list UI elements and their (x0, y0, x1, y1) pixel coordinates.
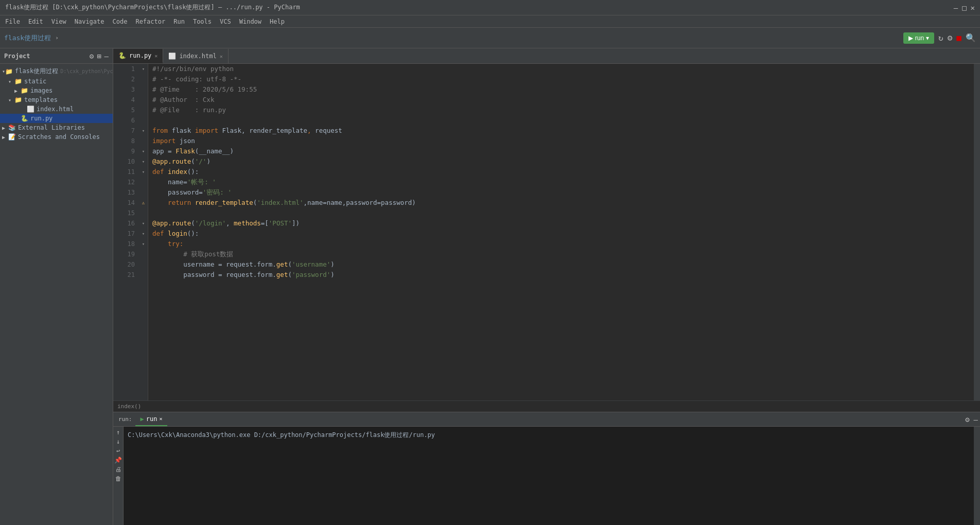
menu-code[interactable]: Code (110, 17, 131, 26)
tab-run-py-label: run.py (129, 52, 151, 59)
tab-run-py-icon: 🐍 (118, 52, 126, 59)
terminal-area[interactable]: C:\Users\Cxk\Anaconda3\python.exe D:/cxk… (124, 427, 974, 525)
code-area[interactable]: #!/usr/bin/env python # -*- coding: utf-… (148, 64, 974, 400)
sidebar: Project ⚙ ⊞ — ▾ 📁 flask使用过程 D:\cxk_pytho… (0, 48, 113, 525)
project-breadcrumb[interactable]: flask使用过程 (4, 33, 51, 43)
window-controls[interactable]: — □ ✕ (954, 4, 975, 12)
menu-tools[interactable]: Tools (190, 17, 215, 26)
static-label: static (24, 78, 46, 85)
fold-arrow-17[interactable]: ▾ (139, 229, 148, 239)
code-line-4: # @Author : Cxk (152, 95, 974, 105)
fold-arrow-16[interactable]: ▾ (139, 218, 148, 229)
menu-run[interactable]: Run (170, 17, 188, 26)
bottom-gutter: ↑ ↓ ↩ 📌 🖨 🗑 (113, 427, 124, 525)
bottom-tab-run[interactable]: ▶ run ✕ (135, 413, 168, 426)
tab-run-py-close[interactable]: ✕ (154, 53, 157, 59)
sidebar-header-icons: ⚙ ⊞ — (90, 52, 109, 60)
menubar: File Edit View Navigate Code Refactor Ru… (0, 15, 980, 28)
titlebar: flask使用过程 [D:\cxk_python\PycharmProjects… (0, 0, 980, 15)
breadcrumb-separator: › (55, 34, 59, 41)
sidebar-header: Project ⚙ ⊞ — (0, 48, 113, 64)
bottom-settings-icon[interactable]: ⚙ (965, 415, 969, 424)
settings-icon[interactable]: ⚙ (948, 33, 953, 43)
stop-icon[interactable]: ■ (956, 33, 961, 43)
maximize-button[interactable]: □ (962, 4, 966, 12)
tab-run-py[interactable]: 🐍 run.py ✕ (113, 49, 163, 63)
sidebar-item-run-py[interactable]: 🐍 run.py (0, 114, 113, 123)
gutter-trash-icon[interactable]: 🗑 (115, 475, 121, 482)
fold-arrow-10[interactable]: ▾ (139, 156, 148, 167)
line-numbers: 12345 678910 1112131415 1617181920 21 (113, 64, 139, 400)
fold-arrow-18[interactable]: ▾ (139, 239, 148, 249)
sidebar-expand-icon[interactable]: ⊞ (97, 52, 101, 60)
code-editor[interactable]: 12345 678910 1112131415 1617181920 21 ▾ … (113, 64, 980, 400)
main-layout: Project ⚙ ⊞ — ▾ 📁 flask使用过程 D:\cxk_pytho… (0, 48, 980, 525)
code-line-21: password = request.form.get('password') (152, 270, 974, 280)
minimize-button[interactable]: — (954, 4, 958, 12)
project-root-path: D:\cxk_python\PycharmProjects\flask使用过程 (60, 68, 113, 75)
menu-help[interactable]: Help (267, 17, 288, 26)
code-line-15 (152, 208, 974, 218)
bottom-tabs: run: ▶ run ✕ ⚙ — (113, 412, 980, 427)
toolbar-left: flask使用过程 › (4, 33, 59, 43)
code-line-19: # 获取post数据 (152, 249, 974, 259)
menu-vcs[interactable]: VCS (217, 17, 234, 26)
bottom-content: ↑ ↓ ↩ 📌 🖨 🗑 C:\Users\Cxk\Anaconda3\pytho… (113, 427, 980, 525)
right-scrollbar[interactable] (974, 64, 980, 400)
refresh-icon[interactable]: ↻ (938, 33, 943, 43)
terminal-line-1: C:\Users\Cxk\Anaconda3\python.exe D:/cxk… (128, 430, 970, 440)
gutter-up-icon[interactable]: ↑ (116, 429, 120, 436)
editor-tabs: 🐍 run.py ✕ ⬜ index.html ✕ (113, 48, 980, 64)
tab-index-html[interactable]: ⬜ index.html ✕ (163, 49, 228, 63)
sidebar-minus-icon[interactable]: — (104, 52, 109, 60)
sidebar-item-templates[interactable]: ▾ 📁 templates (0, 95, 113, 104)
gutter-print-icon[interactable]: 🖨 (115, 466, 121, 473)
menu-refactor[interactable]: Refactor (132, 17, 168, 26)
sidebar-item-external-libraries[interactable]: ▶ 📚 External Libraries (0, 123, 113, 132)
run-tab-icon: ▶ (141, 415, 144, 423)
gutter-down-icon[interactable]: ↓ (116, 438, 120, 445)
toolbar: flask使用过程 › ▶ run ▾ ↻ ⚙ ■ 🔍 (0, 28, 980, 48)
code-line-13: password='密码: ' (152, 187, 974, 198)
sidebar-item-index-html[interactable]: ⬜ index.html (0, 104, 113, 114)
tab-index-html-close[interactable]: ✕ (220, 54, 223, 59)
toolbar-right: ▶ run ▾ ↻ ⚙ ■ 🔍 (903, 32, 976, 44)
run-button[interactable]: ▶ run ▾ (903, 32, 934, 44)
terminal-scrollbar[interactable] (974, 427, 980, 525)
gutter-wrap-icon[interactable]: ↩ (116, 447, 120, 454)
code-line-12: name='帐号: ' (152, 177, 974, 187)
code-line-1: #!/usr/bin/env python (152, 64, 974, 74)
bottom-minimize-icon[interactable]: — (974, 415, 978, 424)
code-line-2: # -*- coding: utf-8 -*- (152, 74, 974, 84)
templates-label: templates (24, 96, 58, 103)
fold-arrow-7b[interactable]: ▾ (139, 126, 148, 136)
run-label: run (915, 34, 924, 42)
sidebar-content: ▾ 📁 flask使用过程 D:\cxk_python\PycharmProje… (0, 64, 113, 525)
bottom-tabs-left: run: ▶ run ✕ (115, 413, 167, 426)
fold-arrow-7[interactable]: ▾ (139, 64, 148, 74)
images-label: images (30, 87, 52, 94)
menu-edit[interactable]: Edit (25, 17, 46, 26)
sidebar-settings-icon[interactable]: ⚙ (90, 52, 94, 60)
run-tab-close[interactable]: ✕ (159, 416, 162, 422)
sidebar-item-images[interactable]: ▶ 📁 images (0, 86, 113, 95)
sidebar-item-scratches[interactable]: ▶ 📝 Scratches and Consoles (0, 132, 113, 142)
sidebar-item-root[interactable]: ▾ 📁 flask使用过程 D:\cxk_python\PycharmProje… (0, 66, 113, 77)
menu-window[interactable]: Window (236, 17, 265, 26)
sidebar-item-static[interactable]: ▾ 📁 static (0, 77, 113, 86)
code-line-5: # @File : run.py (152, 105, 974, 115)
fold-arrow-9[interactable]: ▾ (139, 146, 148, 156)
code-line-10: @app.route('/') (152, 156, 974, 167)
menu-view[interactable]: View (48, 17, 69, 26)
code-line-16: @app.route('/login', methods=['POST']) (152, 218, 974, 229)
editor-statusbar: index() (113, 400, 980, 412)
close-button[interactable]: ✕ (971, 4, 975, 12)
run-tab-label: run (146, 415, 157, 423)
search-icon[interactable]: 🔍 (966, 33, 976, 43)
run-label-bottom: run: (115, 416, 135, 423)
code-line-18: try: (152, 239, 974, 249)
fold-arrow-11[interactable]: ▾ (139, 167, 148, 177)
menu-file[interactable]: File (2, 17, 23, 26)
gutter-pin-icon[interactable]: 📌 (114, 457, 122, 464)
menu-navigate[interactable]: Navigate (72, 17, 108, 26)
